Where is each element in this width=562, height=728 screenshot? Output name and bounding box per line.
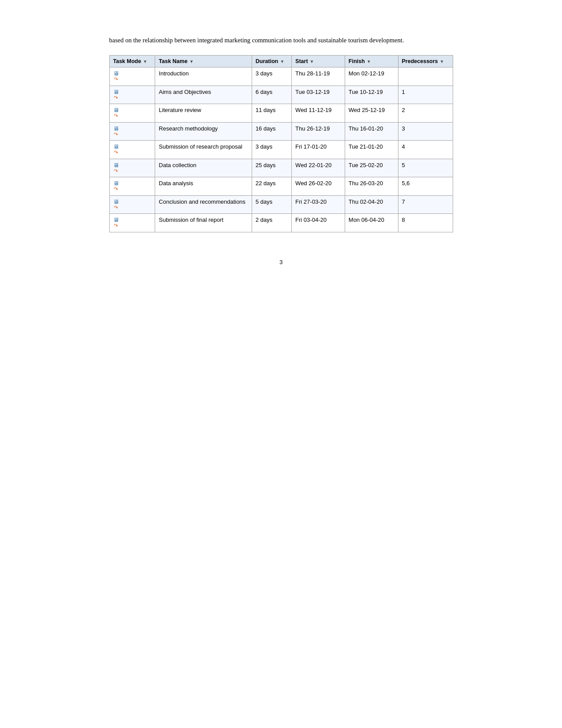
start-cell: Fri 27-03-20	[292, 195, 345, 213]
start-cell: Thu 26-12-19	[292, 122, 345, 140]
table-row: 🖥 ↷ Conclusion and recommendations5 days…	[109, 195, 453, 213]
predecessors-cell: 5	[398, 159, 453, 177]
task-name-cell: Aims and Objectives	[155, 86, 252, 104]
page-number: 3	[109, 259, 453, 265]
finish-cell: Thu 02-04-20	[345, 195, 398, 213]
predecessors-cell: 1	[398, 86, 453, 104]
task-mode-icon: 🖥 ↷	[113, 217, 119, 229]
duration-cell: 11 days	[252, 104, 291, 122]
sort-arrow-start[interactable]: ▼	[310, 59, 314, 64]
table-row: 🖥 ↷ Submission of research proposal3 day…	[109, 141, 453, 159]
task-mode-cell: 🖥 ↷	[109, 195, 155, 213]
task-mode-icon: 🖥 ↷	[113, 89, 119, 101]
sort-arrow-task-mode[interactable]: ▼	[143, 59, 147, 64]
table-row: 🖥 ↷ Aims and Objectives6 daysTue 03-12-1…	[109, 86, 453, 104]
duration-cell: 3 days	[252, 141, 291, 159]
task-mode-icon: 🖥 ↷	[113, 162, 119, 174]
start-cell: Thu 28-11-19	[292, 67, 345, 86]
predecessors-cell: 8	[398, 214, 453, 232]
task-name-cell: Research methodology	[155, 122, 252, 140]
finish-cell: Tue 21-01-20	[345, 141, 398, 159]
table-row: 🖥 ↷ Data analysis22 daysWed 26-02-20Thu …	[109, 177, 453, 195]
intro-paragraph: based on the relationship between integr…	[109, 35, 453, 45]
sort-arrow-predecessors[interactable]: ▼	[440, 59, 444, 64]
sort-arrow-finish[interactable]: ▼	[367, 59, 371, 64]
gantt-table: Task Mode ▼ Task Name ▼ Duration ▼	[109, 55, 453, 232]
task-mode-cell: 🖥 ↷	[109, 177, 155, 195]
task-name-cell: Submission of research proposal	[155, 141, 252, 159]
finish-cell: Tue 25-02-20	[345, 159, 398, 177]
task-name-cell: Data analysis	[155, 177, 252, 195]
task-mode-cell: 🖥 ↷	[109, 214, 155, 232]
start-cell: Fri 17-01-20	[292, 141, 345, 159]
table-row: 🖥 ↷ Literature review11 daysWed 11-12-19…	[109, 104, 453, 122]
duration-cell: 16 days	[252, 122, 291, 140]
predecessors-cell	[398, 67, 453, 86]
predecessors-cell: 7	[398, 195, 453, 213]
task-name-cell: Submission of final report	[155, 214, 252, 232]
finish-cell: Tue 10-12-19	[345, 86, 398, 104]
header-task-mode: Task Mode ▼	[109, 56, 155, 67]
task-mode-icon: 🖥 ↷	[113, 144, 119, 156]
task-mode-cell: 🖥 ↷	[109, 104, 155, 122]
start-cell: Wed 26-02-20	[292, 177, 345, 195]
task-mode-cell: 🖥 ↷	[109, 159, 155, 177]
table-row: 🖥 ↷ Introduction3 daysThu 28-11-19Mon 02…	[109, 67, 453, 86]
sort-arrow-duration[interactable]: ▼	[280, 59, 284, 64]
header-task-name: Task Name ▼	[155, 56, 252, 67]
finish-cell: Mon 02-12-19	[345, 67, 398, 86]
task-mode-cell: 🖥 ↷	[109, 86, 155, 104]
duration-cell: 22 days	[252, 177, 291, 195]
predecessors-cell: 2	[398, 104, 453, 122]
task-mode-cell: 🖥 ↷	[109, 67, 155, 86]
predecessors-cell: 4	[398, 141, 453, 159]
task-name-cell: Introduction	[155, 67, 252, 86]
start-cell: Tue 03-12-19	[292, 86, 345, 104]
finish-cell: Wed 25-12-19	[345, 104, 398, 122]
duration-cell: 5 days	[252, 195, 291, 213]
start-cell: Wed 11-12-19	[292, 104, 345, 122]
header-predecessors: Predecessors ▼	[398, 56, 453, 67]
sort-arrow-task-name[interactable]: ▼	[189, 59, 194, 64]
task-name-cell: Literature review	[155, 104, 252, 122]
table-row: 🖥 ↷ Data collection25 daysWed 22-01-20Tu…	[109, 159, 453, 177]
duration-cell: 2 days	[252, 214, 291, 232]
task-name-cell: Data collection	[155, 159, 252, 177]
duration-cell: 25 days	[252, 159, 291, 177]
predecessors-cell: 5,6	[398, 177, 453, 195]
task-mode-icon: 🖥 ↷	[113, 107, 119, 119]
finish-cell: Mon 06-04-20	[345, 214, 398, 232]
task-name-cell: Conclusion and recommendations	[155, 195, 252, 213]
table-row: 🖥 ↷ Submission of final report2 daysFri …	[109, 214, 453, 232]
header-start: Start ▼	[292, 56, 345, 67]
finish-cell: Thu 26-03-20	[345, 177, 398, 195]
task-mode-icon: 🖥 ↷	[113, 180, 119, 192]
page-content: based on the relationship between integr…	[83, 0, 480, 301]
finish-cell: Thu 16-01-20	[345, 122, 398, 140]
start-cell: Fri 03-04-20	[292, 214, 345, 232]
task-mode-cell: 🖥 ↷	[109, 141, 155, 159]
duration-cell: 3 days	[252, 67, 291, 86]
start-cell: Wed 22-01-20	[292, 159, 345, 177]
task-mode-icon: 🖥 ↷	[113, 199, 119, 211]
header-duration: Duration ▼	[252, 56, 291, 67]
task-mode-cell: 🖥 ↷	[109, 122, 155, 140]
header-finish: Finish ▼	[345, 56, 398, 67]
task-mode-icon: 🖥 ↷	[113, 126, 119, 138]
predecessors-cell: 3	[398, 122, 453, 140]
task-mode-icon: 🖥 ↷	[113, 71, 119, 82]
table-row: 🖥 ↷ Research methodology16 daysThu 26-12…	[109, 122, 453, 140]
duration-cell: 6 days	[252, 86, 291, 104]
